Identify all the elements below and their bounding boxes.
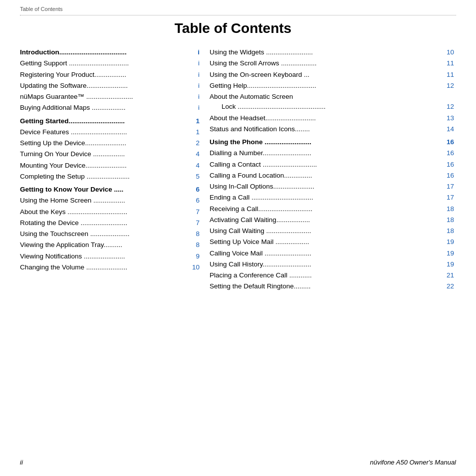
section-header-introduction: Introduction............................…	[20, 47, 200, 57]
toc-entry: Setting Up Voice Mail ..................…	[210, 237, 454, 247]
section-introduction: Introduction............................…	[20, 47, 200, 113]
toc-entry: Viewing Notifications ..................…	[20, 251, 200, 261]
toc-entry: Activating Call Waiting.................…	[210, 215, 454, 225]
toc-entry: Using the On-screen Keyboard ...11	[210, 70, 454, 80]
toc-entry: About the Keys .........................…	[20, 207, 200, 217]
section-using-phone: Using the Phone ........................…	[210, 137, 454, 292]
toc-entry: Getting Help............................…	[210, 81, 454, 91]
section-getting-to-know: Getting to Know Your Device .....6 Using…	[20, 185, 200, 272]
toc-entry: nüMaps Guarantee™ ......................…	[20, 92, 200, 102]
footer-page-number: ii	[20, 459, 23, 466]
content-area: Introduction............................…	[20, 47, 456, 295]
toc-entry: Receiving a Call........................…	[210, 204, 454, 214]
toc-entry: Calling Voice Mail .....................…	[210, 248, 454, 258]
toc-entry: Setting the Default Ringtone.........22	[210, 281, 454, 291]
toc-entry: Status and Notification Icons........14	[210, 124, 454, 134]
section-header-using-phone: Using the Phone ........................…	[210, 137, 454, 147]
header-bar: Table of Contents	[20, 0, 456, 15]
toc-entry: Registering Your Product................…	[20, 70, 200, 80]
header-label: Table of Contents	[20, 6, 63, 12]
toc-entry: Ending a Call ..........................…	[210, 193, 454, 203]
section-header-getting-started: Getting Started.........................…	[20, 116, 200, 126]
toc-entry: Using the Touchscreen ..................…	[20, 229, 200, 239]
toc-entry: Using Call History......................…	[210, 259, 454, 269]
toc-entry-indented: Lock ...................................…	[210, 102, 454, 112]
toc-entry: Calling a Contact ......................…	[210, 160, 454, 170]
left-column: Introduction............................…	[20, 47, 210, 295]
toc-entry: Calling a Found Location...............1…	[210, 171, 454, 181]
toc-entry: Dialling a Number.......................…	[210, 148, 454, 158]
toc-entry: Placing a Conference Call ............21	[210, 270, 454, 280]
page: Table of Contents Table of Contents Intr…	[0, 0, 476, 476]
toc-entry: Using the Widgets ......................…	[210, 47, 454, 57]
toc-entry: Getting Support ........................…	[20, 58, 200, 68]
main-title: Table of Contents	[20, 20, 456, 36]
toc-entry: Turning On Your Device .................…	[20, 149, 200, 159]
toc-entry: Changing the Volume ....................…	[20, 262, 200, 272]
section-right-top: Using the Widgets ......................…	[210, 47, 454, 134]
toc-entry: About the Headset.......................…	[210, 113, 454, 123]
footer-document-title: nüvifone A50 Owner's Manual	[370, 459, 456, 466]
toc-entry: Buying Additional Maps .................…	[20, 103, 200, 113]
toc-entry: About the Automatic Screen	[210, 92, 454, 102]
toc-entry: Rotating the Device ....................…	[20, 218, 200, 228]
toc-entry: Device Features ........................…	[20, 127, 200, 137]
section-header-getting-to-know: Getting to Know Your Device .....6	[20, 185, 200, 195]
right-column: Using the Widgets ......................…	[210, 47, 454, 295]
toc-entry: Updating the Software...................…	[20, 81, 200, 91]
toc-entry: Completing the Setup ...................…	[20, 172, 200, 182]
toc-entry: Using the Scroll Arrows ................…	[210, 58, 454, 68]
footer: ii nüvifone A50 Owner's Manual	[20, 459, 456, 466]
toc-entry: Using Call Waiting .....................…	[210, 226, 454, 236]
section-getting-started: Getting Started.........................…	[20, 116, 200, 182]
toc-entry: Mounting Your Device....................…	[20, 161, 200, 171]
toc-entry: Setting Up the Device...................…	[20, 138, 200, 148]
toc-entry: Viewing the Application Tray..........8	[20, 240, 200, 250]
toc-entry: Using the Home Screen .................6	[20, 196, 200, 206]
toc-entry: Using In-Call Options...................…	[210, 182, 454, 192]
